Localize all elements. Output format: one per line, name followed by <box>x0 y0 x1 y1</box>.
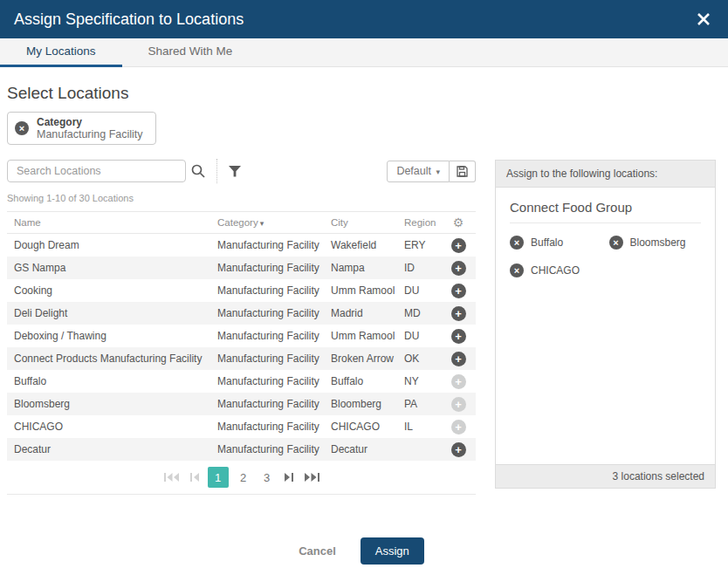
cell-action: + <box>441 374 476 389</box>
cell-category: Manufacturing Facility <box>210 398 324 410</box>
cell-region: NY <box>397 375 441 387</box>
cell-city: Wakefield <box>324 239 397 251</box>
cell-name: GS Nampa <box>7 262 210 274</box>
cell-action: + <box>441 238 476 253</box>
filter-icon[interactable] <box>223 166 246 177</box>
save-view-icon[interactable] <box>450 161 476 182</box>
cell-region: MD <box>397 307 441 319</box>
filter-chip-text: Category Manufacturing Facility <box>37 116 143 140</box>
cell-city: CHICAGO <box>324 421 397 433</box>
cell-city: Nampa <box>324 262 397 274</box>
tab-bar: My Locations Shared With Me <box>0 38 728 67</box>
add-location-icon[interactable]: + <box>451 238 466 253</box>
cell-name: Bloomsberg <box>7 398 210 410</box>
cell-region: IL <box>397 421 441 433</box>
view-dropdown[interactable]: Default ▾ <box>387 161 450 182</box>
add-location-icon[interactable]: + <box>451 261 466 276</box>
cancel-button[interactable]: Cancel <box>299 544 336 558</box>
modal-header: Assign Specification to Locations <box>0 0 728 38</box>
selected-location-label: Buffalo <box>531 236 563 249</box>
modal-footer: Cancel Assign <box>7 537 716 565</box>
column-header-city[interactable]: City <box>324 217 397 228</box>
cell-city: Broken Arrow <box>324 352 397 365</box>
table-row: CHICAGOManufacturing FacilityCHICAGOIL+ <box>7 415 476 438</box>
toolbar: Default ▾ <box>7 160 476 182</box>
category-filter-chip[interactable]: × Category Manufacturing Facility <box>7 112 156 145</box>
cell-name: Connect Products Manufacturing Facility <box>7 352 210 365</box>
add-location-icon[interactable]: + <box>451 306 466 321</box>
cell-category: Manufacturing Facility <box>210 375 324 387</box>
page-number-2[interactable]: 2 <box>235 467 252 488</box>
table-bottom-border <box>7 494 476 495</box>
add-location-icon[interactable]: + <box>451 352 466 366</box>
page-number-3[interactable]: 3 <box>258 467 276 488</box>
next-page-icon[interactable] <box>282 472 296 482</box>
column-header-name[interactable]: Name <box>7 217 210 228</box>
cell-category: Manufacturing Facility <box>210 330 324 342</box>
column-settings-gear-icon[interactable]: ⚙ <box>441 216 476 229</box>
table-row: Dough DreamManufacturing FacilityWakefie… <box>7 234 476 257</box>
assign-panel-header: Assign to the following locations: <box>496 161 715 188</box>
cell-category: Manufacturing Facility <box>210 307 324 319</box>
modal-content: Select Locations × Category Manufacturin… <box>0 84 728 565</box>
prev-page-icon <box>188 472 202 482</box>
tab-shared-with-me[interactable]: Shared With Me <box>122 38 259 67</box>
remove-filter-icon[interactable]: × <box>15 121 29 135</box>
remove-location-icon[interactable]: × <box>510 263 524 277</box>
remove-location-icon[interactable]: × <box>510 236 524 250</box>
column-header-region[interactable]: Region <box>397 217 441 228</box>
cell-action: + <box>441 352 476 366</box>
tab-my-locations[interactable]: My Locations <box>0 38 122 67</box>
search-input[interactable] <box>7 160 186 182</box>
search-icon[interactable] <box>186 164 210 178</box>
sort-descending-icon: ▾ <box>260 219 264 228</box>
add-location-icon: + <box>451 420 466 435</box>
cell-name: Decatur <box>7 443 210 455</box>
cell-action: + <box>441 329 476 344</box>
cell-region: ID <box>397 262 441 274</box>
cell-region: ERY <box>397 239 441 251</box>
cell-region: DU <box>397 330 441 342</box>
cell-name: Deli Delight <box>7 307 210 319</box>
table-row: Deli DelightManufacturing FacilityMadrid… <box>7 302 476 325</box>
add-location-icon: + <box>451 397 466 412</box>
last-page-icon[interactable] <box>302 472 322 482</box>
pagination: 123 <box>7 467 476 488</box>
remove-location-icon[interactable]: × <box>609 236 623 250</box>
cell-name: Cooking <box>7 284 210 297</box>
cell-category: Manufacturing Facility <box>210 262 324 274</box>
add-location-icon[interactable]: + <box>451 284 466 298</box>
table-row: Deboxing / ThawingManufacturing Facility… <box>7 325 476 347</box>
assign-specification-modal: Assign Specification to Locations My Loc… <box>0 0 728 565</box>
table-row: GS NampaManufacturing FacilityNampaID+ <box>7 257 476 279</box>
page-title: Select Locations <box>7 84 716 103</box>
column-header-category[interactable]: Category▾ <box>210 217 324 228</box>
assign-button[interactable]: Assign <box>361 537 424 565</box>
results-summary: Showing 1-10 of 30 Locations <box>7 193 476 203</box>
toolbar-divider <box>216 159 217 183</box>
cell-name: Buffalo <box>7 375 210 387</box>
table-row: DecaturManufacturing FacilityDecatur+ <box>7 438 476 461</box>
selected-location-label: Bloomsberg <box>630 236 686 249</box>
close-icon[interactable] <box>693 9 714 30</box>
cell-city: Umm Ramool <box>324 284 397 297</box>
cell-city: Buffalo <box>324 375 397 387</box>
cell-region: DU <box>397 284 441 297</box>
cell-name: CHICAGO <box>7 421 210 433</box>
cell-action: + <box>441 284 476 298</box>
cell-region: OK <box>397 352 441 365</box>
location-group-title: Connect Food Group <box>510 200 701 223</box>
cell-action: + <box>441 306 476 321</box>
table-row: CookingManufacturing FacilityUmm RamoolD… <box>7 279 476 302</box>
add-location-icon[interactable]: + <box>451 329 466 344</box>
selected-location-label: CHICAGO <box>531 264 580 277</box>
cell-action: + <box>441 397 476 412</box>
cell-category: Manufacturing Facility <box>210 239 324 251</box>
page-number-1[interactable]: 1 <box>208 467 229 488</box>
add-location-icon[interactable]: + <box>451 442 466 457</box>
table-row: BloomsbergManufacturing FacilityBloomber… <box>7 393 476 415</box>
cell-category: Manufacturing Facility <box>210 421 324 433</box>
table-row: Connect Products Manufacturing FacilityM… <box>7 347 476 370</box>
table-header: Name Category▾ City Region ⚙ <box>7 211 476 234</box>
assign-panel: Assign to the following locations: Conne… <box>495 160 716 489</box>
